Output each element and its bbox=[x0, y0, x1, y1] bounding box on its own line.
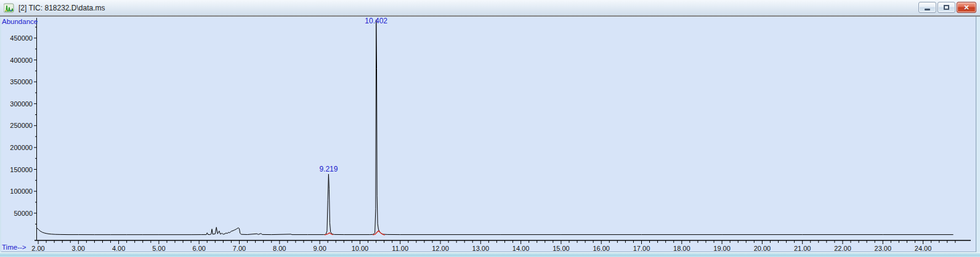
chromatogram-plot[interactable]: 2.003.004.005.006.007.008.009.0010.0011.… bbox=[0, 0, 980, 257]
x-tick-label: 22.00 bbox=[834, 245, 851, 252]
x-tick-label: 3.00 bbox=[72, 245, 85, 252]
x-tick-label: 14.00 bbox=[512, 245, 530, 252]
y-axis-title: Abundance bbox=[2, 18, 38, 25]
x-axis-title: Time--> bbox=[2, 243, 26, 251]
x-tick-label: 13.00 bbox=[472, 245, 490, 252]
x-tick-label: 12.00 bbox=[432, 245, 449, 252]
y-tick-label: 450000 bbox=[10, 34, 33, 42]
y-tick-label: 250000 bbox=[10, 122, 33, 129]
x-tick-label: 15.00 bbox=[553, 245, 570, 252]
y-tick-label: 150000 bbox=[10, 166, 33, 173]
tic-trace bbox=[36, 20, 953, 235]
chromatogram-window: [2] TIC: 818232.D\data.ms ✕ 2.003.004.00… bbox=[0, 0, 980, 257]
x-tick-label: 2.00 bbox=[31, 245, 44, 252]
x-tick-label: 7.00 bbox=[233, 245, 246, 252]
x-tick-label: 5.00 bbox=[152, 245, 165, 252]
y-tick-label: 400000 bbox=[10, 57, 33, 64]
x-tick-label: 18.00 bbox=[673, 245, 690, 252]
y-tick-label: 100000 bbox=[10, 188, 33, 195]
y-tick-label: 300000 bbox=[10, 100, 33, 108]
y-tick-label: 50000 bbox=[14, 210, 33, 217]
x-tick-label: 4.00 bbox=[112, 245, 125, 252]
x-tick-label: 20.00 bbox=[754, 245, 771, 252]
peak-label: 9.219 bbox=[319, 165, 338, 173]
x-tick-label: 21.00 bbox=[794, 245, 811, 252]
axes bbox=[34, 18, 971, 244]
x-tick-label: 23.00 bbox=[875, 245, 892, 252]
y-tick-label: 200000 bbox=[10, 144, 33, 151]
x-tick-label: 10.00 bbox=[352, 245, 369, 252]
x-tick-label: 11.00 bbox=[392, 245, 408, 252]
x-tick-label: 8.00 bbox=[273, 245, 286, 252]
x-tick-label: 6.00 bbox=[192, 245, 205, 252]
x-tick-label: 24.00 bbox=[915, 245, 932, 252]
y-tick-label: 350000 bbox=[10, 78, 33, 85]
x-tick-label: 17.00 bbox=[633, 245, 650, 252]
peak-label: 10.402 bbox=[365, 17, 387, 25]
x-tick-label: 16.00 bbox=[593, 245, 610, 252]
x-tick-label: 9.00 bbox=[313, 245, 326, 252]
x-tick-label: 19.00 bbox=[713, 245, 731, 252]
